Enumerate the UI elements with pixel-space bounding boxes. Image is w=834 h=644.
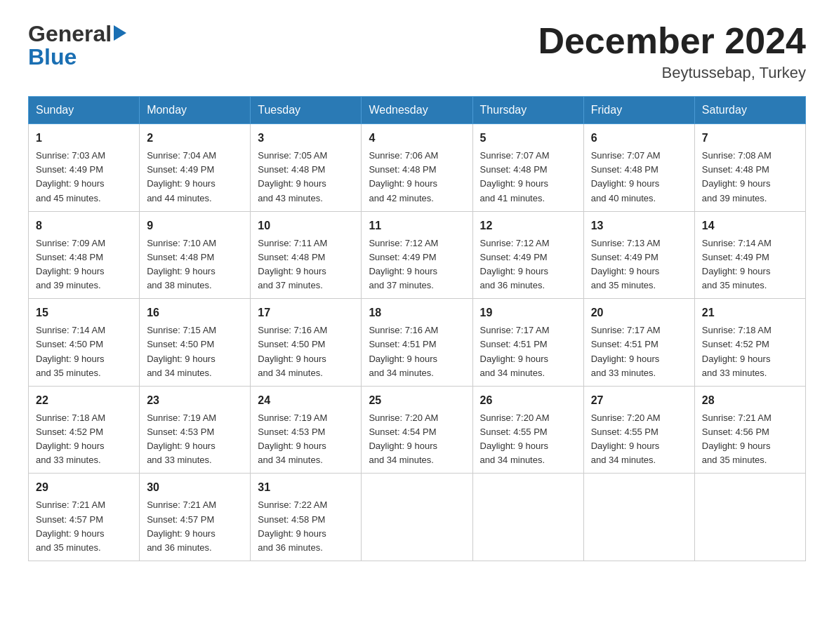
day-info: Sunrise: 7:07 AMSunset: 4:48 PMDaylight:… [591, 149, 687, 206]
day-info: Sunrise: 7:15 AMSunset: 4:50 PMDaylight:… [147, 323, 243, 380]
day-info: Sunrise: 7:07 AMSunset: 4:48 PMDaylight:… [480, 149, 576, 206]
calendar-cell: 27Sunrise: 7:20 AMSunset: 4:55 PMDayligh… [583, 386, 694, 474]
header-wednesday: Wednesday [362, 97, 472, 124]
header-tuesday: Tuesday [251, 97, 362, 124]
month-title: December 2024 [538, 21, 806, 61]
calendar-cell: 21Sunrise: 7:18 AMSunset: 4:52 PMDayligh… [694, 299, 805, 387]
calendar-cell: 9Sunrise: 7:10 AMSunset: 4:48 PMDaylight… [140, 211, 251, 299]
calendar-cell: 8Sunrise: 7:09 AMSunset: 4:48 PMDaylight… [29, 211, 140, 299]
calendar-week-3: 15Sunrise: 7:14 AMSunset: 4:50 PMDayligh… [29, 299, 806, 387]
day-number: 14 [702, 217, 798, 234]
logo-text: General [28, 21, 126, 47]
day-number: 31 [258, 479, 354, 496]
calendar-cell: 16Sunrise: 7:15 AMSunset: 4:50 PMDayligh… [140, 299, 251, 387]
calendar-week-5: 29Sunrise: 7:21 AMSunset: 4:57 PMDayligh… [29, 474, 806, 561]
calendar-cell: 20Sunrise: 7:17 AMSunset: 4:51 PMDayligh… [583, 299, 694, 387]
header-friday: Friday [583, 97, 694, 124]
logo-triangle-icon [114, 25, 126, 43]
calendar-cell: 3Sunrise: 7:05 AMSunset: 4:48 PMDaylight… [251, 124, 362, 212]
day-info: Sunrise: 7:12 AMSunset: 4:49 PMDaylight:… [369, 236, 465, 293]
calendar-cell: 6Sunrise: 7:07 AMSunset: 4:48 PMDaylight… [583, 124, 694, 212]
day-info: Sunrise: 7:04 AMSunset: 4:49 PMDaylight:… [147, 149, 243, 206]
day-number: 19 [480, 304, 576, 321]
day-info: Sunrise: 7:19 AMSunset: 4:53 PMDaylight:… [258, 411, 354, 468]
day-number: 18 [369, 304, 465, 321]
day-info: Sunrise: 7:14 AMSunset: 4:49 PMDaylight:… [702, 236, 798, 293]
day-number: 29 [36, 479, 132, 496]
calendar-table: SundayMondayTuesdayWednesdayThursdayFrid… [28, 96, 806, 561]
day-info: Sunrise: 7:10 AMSunset: 4:48 PMDaylight:… [147, 236, 243, 293]
day-info: Sunrise: 7:19 AMSunset: 4:53 PMDaylight:… [147, 411, 243, 468]
calendar-cell: 19Sunrise: 7:17 AMSunset: 4:51 PMDayligh… [472, 299, 583, 387]
day-number: 26 [480, 392, 576, 409]
day-info: Sunrise: 7:12 AMSunset: 4:49 PMDaylight:… [480, 236, 576, 293]
day-number: 24 [258, 392, 354, 409]
calendar-cell: 22Sunrise: 7:18 AMSunset: 4:52 PMDayligh… [29, 386, 140, 474]
day-info: Sunrise: 7:16 AMSunset: 4:50 PMDaylight:… [258, 323, 354, 380]
calendar-cell: 7Sunrise: 7:08 AMSunset: 4:48 PMDaylight… [694, 124, 805, 212]
location: Beytussebap, Turkey [538, 64, 806, 82]
day-info: Sunrise: 7:14 AMSunset: 4:50 PMDaylight:… [36, 323, 132, 380]
calendar-cell: 29Sunrise: 7:21 AMSunset: 4:57 PMDayligh… [29, 474, 140, 561]
logo: General Blue [28, 21, 126, 70]
day-number: 1 [36, 130, 132, 147]
calendar-cell: 31Sunrise: 7:22 AMSunset: 4:58 PMDayligh… [251, 474, 362, 561]
calendar-cell: 11Sunrise: 7:12 AMSunset: 4:49 PMDayligh… [362, 211, 472, 299]
day-info: Sunrise: 7:13 AMSunset: 4:49 PMDaylight:… [591, 236, 687, 293]
calendar-week-2: 8Sunrise: 7:09 AMSunset: 4:48 PMDaylight… [29, 211, 806, 299]
calendar-cell: 28Sunrise: 7:21 AMSunset: 4:56 PMDayligh… [694, 386, 805, 474]
calendar-cell: 30Sunrise: 7:21 AMSunset: 4:57 PMDayligh… [140, 474, 251, 561]
header-sunday: Sunday [29, 97, 140, 124]
calendar-header-row: SundayMondayTuesdayWednesdayThursdayFrid… [29, 97, 806, 124]
day-number: 12 [480, 217, 576, 234]
day-info: Sunrise: 7:03 AMSunset: 4:49 PMDaylight:… [36, 149, 132, 206]
day-info: Sunrise: 7:21 AMSunset: 4:56 PMDaylight:… [702, 411, 798, 468]
day-number: 11 [369, 217, 465, 234]
calendar-cell [362, 474, 472, 561]
day-info: Sunrise: 7:20 AMSunset: 4:55 PMDaylight:… [591, 411, 687, 468]
day-number: 7 [702, 130, 798, 147]
day-info: Sunrise: 7:09 AMSunset: 4:48 PMDaylight:… [36, 236, 132, 293]
calendar-cell: 25Sunrise: 7:20 AMSunset: 4:54 PMDayligh… [362, 386, 472, 474]
day-number: 25 [369, 392, 465, 409]
day-number: 10 [258, 217, 354, 234]
day-info: Sunrise: 7:11 AMSunset: 4:48 PMDaylight:… [258, 236, 354, 293]
day-number: 6 [591, 130, 687, 147]
title-section: December 2024 Beytussebap, Turkey [538, 21, 806, 82]
calendar-cell: 24Sunrise: 7:19 AMSunset: 4:53 PMDayligh… [251, 386, 362, 474]
day-info: Sunrise: 7:18 AMSunset: 4:52 PMDaylight:… [36, 411, 132, 468]
calendar-cell: 12Sunrise: 7:12 AMSunset: 4:49 PMDayligh… [472, 211, 583, 299]
calendar-cell: 4Sunrise: 7:06 AMSunset: 4:48 PMDaylight… [362, 124, 472, 212]
day-number: 22 [36, 392, 132, 409]
day-number: 4 [369, 130, 465, 147]
header-monday: Monday [140, 97, 251, 124]
day-number: 15 [36, 304, 132, 321]
calendar-cell: 13Sunrise: 7:13 AMSunset: 4:49 PMDayligh… [583, 211, 694, 299]
day-info: Sunrise: 7:20 AMSunset: 4:54 PMDaylight:… [369, 411, 465, 468]
day-info: Sunrise: 7:18 AMSunset: 4:52 PMDaylight:… [702, 323, 798, 380]
svg-marker-0 [114, 25, 126, 41]
day-number: 27 [591, 392, 687, 409]
day-number: 17 [258, 304, 354, 321]
day-info: Sunrise: 7:22 AMSunset: 4:58 PMDaylight:… [258, 498, 354, 555]
calendar-cell: 2Sunrise: 7:04 AMSunset: 4:49 PMDaylight… [140, 124, 251, 212]
day-number: 30 [147, 479, 243, 496]
day-number: 9 [147, 217, 243, 234]
page-header: General Blue December 2024 Beytussebap, … [28, 21, 806, 82]
day-number: 28 [702, 392, 798, 409]
calendar-week-1: 1Sunrise: 7:03 AMSunset: 4:49 PMDaylight… [29, 124, 806, 212]
day-info: Sunrise: 7:16 AMSunset: 4:51 PMDaylight:… [369, 323, 465, 380]
day-info: Sunrise: 7:21 AMSunset: 4:57 PMDaylight:… [147, 498, 243, 555]
day-number: 23 [147, 392, 243, 409]
header-saturday: Saturday [694, 97, 805, 124]
calendar-cell: 10Sunrise: 7:11 AMSunset: 4:48 PMDayligh… [251, 211, 362, 299]
calendar-cell: 18Sunrise: 7:16 AMSunset: 4:51 PMDayligh… [362, 299, 472, 387]
calendar-cell: 26Sunrise: 7:20 AMSunset: 4:55 PMDayligh… [472, 386, 583, 474]
day-number: 21 [702, 304, 798, 321]
day-number: 8 [36, 217, 132, 234]
day-info: Sunrise: 7:05 AMSunset: 4:48 PMDaylight:… [258, 149, 354, 206]
day-info: Sunrise: 7:17 AMSunset: 4:51 PMDaylight:… [480, 323, 576, 380]
calendar-cell [694, 474, 805, 561]
day-info: Sunrise: 7:17 AMSunset: 4:51 PMDaylight:… [591, 323, 687, 380]
day-number: 3 [258, 130, 354, 147]
